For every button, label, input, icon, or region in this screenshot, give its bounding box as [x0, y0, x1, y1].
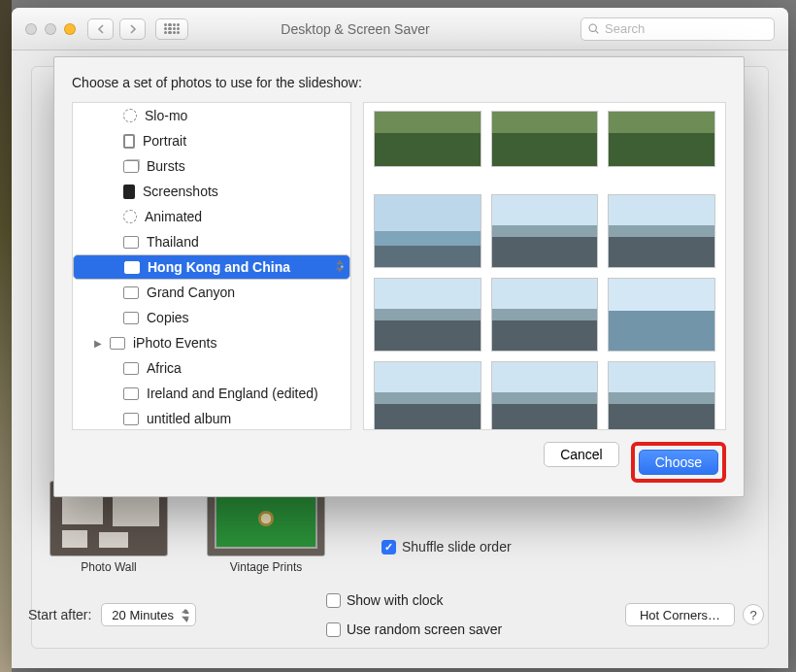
hot-corners-button[interactable]: Hot Corners…: [625, 603, 735, 626]
window-traffic-lights: [25, 23, 76, 35]
back-button[interactable]: [87, 18, 114, 40]
shuffle-checkbox[interactable]: [381, 540, 396, 554]
choose-button-highlight: Choose: [631, 442, 726, 483]
svg-line-1: [596, 31, 599, 34]
shuffle-label: Shuffle slide order: [402, 539, 512, 554]
photo-thumbnail[interactable]: [374, 278, 481, 352]
photo-source-list[interactable]: Slo-moPortraitBurstsScreenshotsAnimatedT…: [72, 102, 351, 430]
source-item[interactable]: Copies: [73, 305, 350, 330]
folder-icon: [123, 286, 139, 299]
show-clock-checkbox[interactable]: [326, 593, 341, 608]
source-item[interactable]: Hong Kong and China•: [73, 254, 350, 280]
photo-thumbnail[interactable]: [608, 361, 715, 430]
disclosure-triangle-icon[interactable]: ▶: [94, 338, 102, 349]
source-item[interactable]: Bursts: [73, 153, 350, 179]
svg-point-0: [589, 24, 596, 31]
source-item-label: Africa: [147, 360, 182, 376]
source-item[interactable]: Ireland and England (edited): [73, 381, 350, 406]
choose-photo-source-sheet: Choose a set of photos to use for the sl…: [53, 56, 745, 497]
source-item-label: Bursts: [147, 158, 185, 174]
minimize-window-button[interactable]: [45, 23, 56, 35]
portrait-icon: [123, 134, 135, 149]
folder-icon: [110, 337, 125, 350]
animated-icon: [123, 210, 137, 223]
photo-thumbnail[interactable]: [491, 194, 599, 268]
choose-button[interactable]: Choose: [639, 450, 718, 475]
folder-icon: [123, 387, 139, 400]
slomo-icon: [123, 109, 137, 122]
source-item[interactable]: Slo-mo: [73, 103, 350, 128]
source-item[interactable]: Screenshots: [73, 179, 350, 204]
source-item[interactable]: Grand Canyon: [73, 280, 350, 305]
folder-icon: [123, 362, 139, 375]
source-item-label: untitled album: [147, 411, 231, 426]
photo-thumbnail[interactable]: [491, 278, 599, 352]
help-button[interactable]: ?: [743, 604, 764, 625]
source-item-label: Animated: [145, 209, 202, 224]
source-item[interactable]: untitled album: [73, 406, 350, 430]
source-item[interactable]: Portrait: [73, 128, 350, 153]
source-item-label: Slo-mo: [145, 108, 187, 123]
source-item-label: Portrait: [143, 133, 186, 149]
search-placeholder: Search: [605, 21, 645, 36]
nav-button-group: [87, 18, 146, 40]
photo-preview-grid[interactable]: [363, 102, 726, 430]
window-titlebar: Desktop & Screen Saver Search: [12, 8, 788, 50]
source-item-label: Copies: [147, 310, 189, 325]
desktop-background-strip: [0, 0, 12, 672]
window-title: Desktop & Screen Saver: [188, 21, 580, 37]
show-clock-label: Show with clock: [347, 592, 444, 608]
source-item-label: iPhoto Events: [133, 335, 216, 351]
chevron-updown-icon: ▴▾: [184, 607, 189, 624]
photo-thumbnail[interactable]: [608, 111, 715, 167]
start-after-label: Start after:: [28, 607, 91, 622]
folder-icon: [123, 312, 139, 324]
source-item-label: Thailand: [147, 234, 199, 250]
source-item[interactable]: ▶iPhoto Events: [73, 330, 350, 355]
forward-button[interactable]: [119, 18, 146, 40]
search-icon: [587, 22, 600, 35]
source-item-label: Grand Canyon: [147, 285, 235, 300]
selected-indicator-icon: •: [341, 255, 344, 279]
folder-icon: [124, 261, 140, 274]
close-window-button[interactable]: [25, 23, 37, 35]
photo-thumbnail[interactable]: [374, 194, 481, 268]
start-after-select[interactable]: 20 Minutes ▴▾: [101, 603, 196, 626]
search-field[interactable]: Search: [580, 17, 775, 41]
source-item-label: Hong Kong and China: [148, 259, 290, 275]
show-all-button[interactable]: [155, 18, 188, 40]
screens-icon: [123, 185, 135, 199]
photo-thumbnail[interactable]: [491, 361, 599, 430]
shuffle-option-row: Shuffle slide order: [381, 539, 512, 554]
source-item[interactable]: Thailand: [73, 229, 350, 254]
random-screensaver-label: Use random screen saver: [347, 622, 502, 637]
photo-thumbnail[interactable]: [491, 111, 599, 167]
source-item-label: Ireland and England (edited): [147, 386, 318, 401]
photo-thumbnail[interactable]: [374, 361, 481, 430]
bursts-icon: [123, 160, 139, 173]
photo-thumbnail[interactable]: [608, 194, 715, 268]
source-item-label: Screenshots: [143, 184, 218, 199]
cancel-button[interactable]: Cancel: [544, 442, 619, 467]
photo-thumbnail[interactable]: [608, 278, 715, 352]
source-item[interactable]: Animated: [73, 204, 350, 229]
photo-thumbnail[interactable]: [374, 111, 481, 167]
sheet-instruction: Choose a set of photos to use for the sl…: [72, 75, 726, 90]
zoom-window-button[interactable]: [64, 23, 76, 35]
folder-icon: [123, 236, 139, 249]
random-screensaver-checkbox[interactable]: [326, 622, 341, 637]
source-item[interactable]: Africa: [73, 355, 350, 381]
folder-icon: [123, 413, 139, 425]
